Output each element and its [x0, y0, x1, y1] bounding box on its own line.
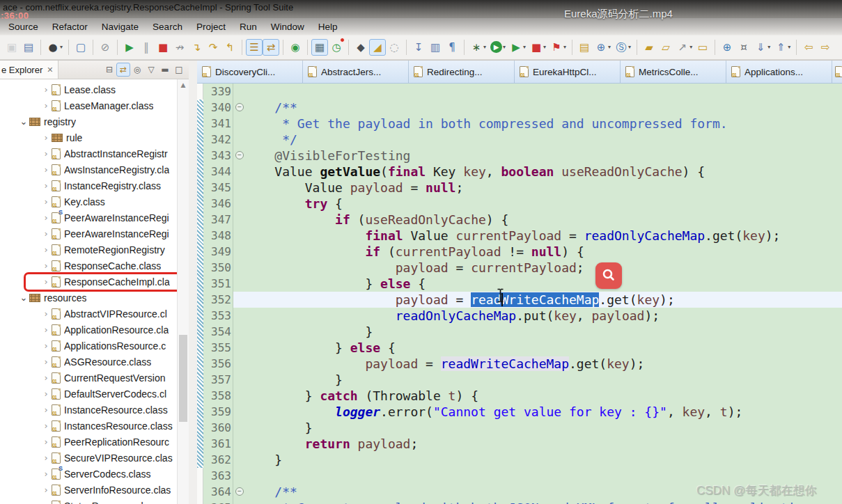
dropdown-arrow-icon[interactable]: ▾ — [543, 44, 546, 50]
dropdown-arrow-icon[interactable]: ▾ — [523, 44, 526, 50]
code-text[interactable]: } — [244, 372, 343, 388]
editor-tab-metricscolle-[interactable]: MetricsColle... — [621, 61, 726, 83]
code-text[interactable]: /** — [244, 100, 297, 116]
expand-arrow-icon[interactable]: › — [40, 324, 52, 335]
external-tools-icon[interactable]: ⚑▾ — [548, 39, 568, 56]
menu-item-refactor[interactable]: Refactor — [45, 20, 95, 33]
code-line-345[interactable]: 345 Value payload = null; — [197, 180, 842, 196]
code-line-346[interactable]: 346 try { — [197, 196, 842, 212]
tree-item-defaultservercodecs-cl[interactable]: ›DefaultServerCodecs.cl — [0, 386, 177, 402]
code-line-348[interactable]: 348 final Value currentPayload = readOnl… — [197, 228, 842, 244]
tree-item-asgresource-class[interactable]: ›ASGResource.class — [0, 354, 177, 370]
save-icon[interactable]: ▣ — [3, 39, 20, 56]
expand-arrow-icon[interactable]: › — [40, 100, 52, 111]
new-folder-icon[interactable]: ▱ — [657, 39, 674, 56]
dropdown-arrow-icon[interactable]: ▾ — [60, 44, 63, 50]
dropdown-arrow-icon[interactable]: ▾ — [608, 44, 611, 50]
expand-arrow-icon[interactable]: › — [40, 276, 52, 287]
expand-arrow-icon[interactable]: › — [40, 388, 52, 399]
tree-item-responsecache-class[interactable]: ›ResponseCache.class — [0, 258, 177, 274]
expand-arrow-icon[interactable]: › — [40, 228, 52, 239]
menu-item-window[interactable]: Window — [264, 20, 311, 33]
code-line-354[interactable]: 354 } — [197, 324, 842, 340]
user-account-icon[interactable]: ●▾ — [45, 39, 65, 56]
dropdown-arrow-icon[interactable]: ▾ — [689, 44, 692, 50]
code-text[interactable]: } — [244, 420, 313, 436]
menu-item-search[interactable]: Search — [146, 20, 189, 33]
dropdown-arrow-icon[interactable]: ▾ — [483, 44, 486, 50]
view-menu-icon[interactable]: ▽ — [144, 63, 158, 77]
menu-item-navigate[interactable]: Navigate — [95, 20, 146, 33]
menu-item-run[interactable]: Run — [233, 20, 264, 33]
tree-item-awsinstanceregistry-cla[interactable]: ›AwsInstanceRegistry.cla — [0, 162, 177, 178]
fold-collapse-icon[interactable]: − — [235, 151, 244, 159]
code-text[interactable]: } — [244, 452, 282, 468]
menu-item-source[interactable]: Source — [1, 20, 45, 33]
expand-arrow-icon[interactable]: › — [40, 468, 52, 479]
print-icon[interactable]: ▤ — [20, 39, 37, 56]
fold-collapse-icon[interactable]: − — [235, 487, 244, 496]
tree-item-instanceresource-class[interactable]: ›InstanceResource.class — [0, 402, 177, 418]
collapse-arrow-icon[interactable]: ⌄ — [18, 116, 29, 127]
code-text[interactable]: readOnlyCacheMap.put(key, payload); — [244, 308, 660, 324]
code-text[interactable]: * Get the payload in both compressed and… — [244, 116, 728, 132]
show-whitespace-icon[interactable]: ¶ — [444, 39, 460, 56]
tree-item-rule[interactable]: ›rule — [0, 129, 177, 145]
pause-icon[interactable]: ‖ — [138, 39, 155, 56]
boot-dashboard-icon[interactable]: ◉ — [287, 39, 304, 56]
coverage-grid-icon[interactable]: ▦ — [311, 39, 328, 56]
expand-arrow-icon[interactable]: › — [40, 180, 52, 191]
tree-item-applicationsresource-c[interactable]: ›ApplicationsResource.c — [0, 338, 177, 354]
tree-item-peerawareinstanceregi[interactable]: ›SPeerAwareInstanceRegi — [0, 210, 177, 226]
stop-launch-icon[interactable]: ■▾ — [528, 39, 548, 56]
tree-item-currentrequestversion[interactable]: ›CurrentRequestVersion — [0, 370, 177, 386]
expand-arrow-icon[interactable]: › — [40, 452, 52, 463]
code-line-356[interactable]: 356 payload = readWriteCacheMap.get(key)… — [197, 356, 842, 372]
expand-arrow-icon[interactable]: › — [40, 356, 52, 367]
maximize-view-icon[interactable]: □ — [172, 63, 186, 77]
tree-item-lease-class[interactable]: ›Lease.class — [0, 81, 177, 97]
tree-item-registry[interactable]: ⌄registry — [0, 113, 177, 129]
close-view-icon[interactable]: ✕ — [47, 65, 53, 74]
link-debug-icon[interactable]: ⇄ — [263, 39, 279, 56]
tree-item-statusresource-class[interactable]: ›StatusResource.class — [0, 498, 177, 504]
code-line-355[interactable]: 355 } else { — [197, 340, 842, 356]
code-line-342[interactable]: 342 */ — [197, 132, 842, 148]
code-line-361[interactable]: 361 return payload; — [197, 436, 842, 452]
disconnect-icon[interactable]: ↛ — [171, 39, 188, 56]
expand-arrow-icon[interactable]: › — [40, 84, 52, 95]
code-line-359[interactable]: 359 logger.error("Cannot get value for k… — [197, 404, 842, 420]
link-with-editor-icon[interactable]: ⇄ — [116, 63, 130, 77]
editor-tab-discoverycli-[interactable]: DiscoveryCli... — [197, 61, 303, 83]
expand-arrow-icon[interactable]: › — [40, 196, 52, 207]
tree-item-abstractvipresource-cl[interactable]: ›AbstractVIPResource.cl — [0, 306, 177, 322]
expand-arrow-icon[interactable]: › — [40, 372, 52, 383]
new-java-project-icon[interactable]: ▰ — [641, 39, 657, 56]
code-text[interactable]: Value getValue(final Key key, boolean us… — [244, 164, 705, 180]
run-icon[interactable]: ▶▾ — [488, 39, 508, 56]
code-line-349[interactable]: 349 if (currentPayload != null) { — [197, 244, 842, 260]
step-over-icon[interactable]: ↷ — [205, 39, 221, 56]
resume-icon[interactable]: ▶ — [121, 39, 138, 56]
step-return-icon[interactable]: ↰ — [221, 39, 238, 56]
dropdown-arrow-icon[interactable]: ▾ — [563, 44, 566, 50]
expand-arrow-icon[interactable]: › — [40, 148, 52, 159]
code-text[interactable]: payload = readWriteCacheMap.get(key); — [244, 292, 675, 308]
code-text[interactable]: */ — [244, 132, 297, 148]
editor-tab-redirecting-[interactable]: Redirecting... — [409, 61, 515, 83]
expand-arrow-icon[interactable]: › — [40, 244, 52, 255]
code-line-360[interactable]: 360 } — [197, 420, 842, 436]
code-line-341[interactable]: 341 * Get the payload in both compressed… — [197, 116, 842, 132]
back-history-icon[interactable]: ⇦ — [800, 39, 817, 56]
expand-arrow-icon[interactable]: › — [40, 260, 52, 271]
code-text[interactable]: * Generate pay load with both JSON and X… — [244, 500, 818, 504]
editor-tab-eurekahttpcl-[interactable]: EurekaHttpCl... — [515, 61, 621, 83]
tree-item-peerreplicationresourc[interactable]: ›PeerReplicationResourc — [0, 434, 177, 450]
code-text[interactable]: try { — [244, 196, 343, 212]
highlighter-brush-icon[interactable]: ◢ — [369, 39, 386, 56]
journal-icon[interactable]: ▥ — [427, 39, 444, 56]
fold-collapse-icon[interactable]: − — [235, 103, 244, 111]
code-text[interactable]: } else { — [244, 276, 426, 292]
tab-package-explorer[interactable]: e Explorer ✕ — [0, 61, 59, 79]
terminate-icon[interactable]: ■ — [155, 39, 171, 56]
